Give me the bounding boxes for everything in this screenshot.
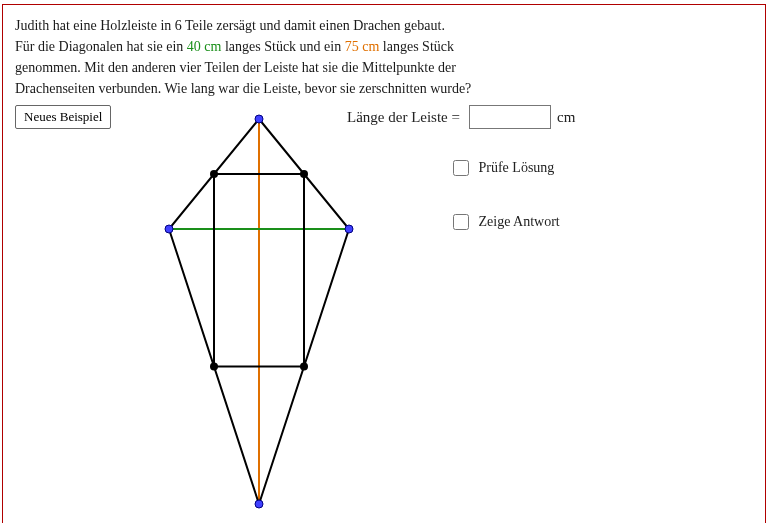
midpoint-br [300, 363, 308, 371]
vertex-left [165, 225, 173, 233]
midpoint-tr [300, 170, 308, 178]
answer-input[interactable] [469, 105, 551, 129]
midpoint-tl [210, 170, 218, 178]
text-line4: Drachenseiten verbunden. Wie lang war di… [15, 81, 471, 96]
text-line2a: Für die Diagonalen hat sie ein [15, 39, 187, 54]
check-solution-label: Prüfe Lösung [479, 160, 555, 175]
kite-diagram [139, 109, 379, 519]
text-line1: Judith hat eine Holzleiste in 6 Teile ze… [15, 18, 445, 33]
diag2-value: 75 cm [345, 39, 380, 54]
diag1-value: 40 cm [187, 39, 222, 54]
check-solution-row: Prüfe Lösung [453, 159, 554, 176]
text-line2b: langes Stück und ein [221, 39, 344, 54]
new-example-button[interactable]: Neues Beispiel [15, 105, 111, 129]
show-answer-row: Zeige Antwort [453, 213, 560, 230]
check-solution-checkbox[interactable] [453, 160, 469, 176]
text-line2c: langes Stück [379, 39, 454, 54]
show-answer-label: Zeige Antwort [479, 214, 560, 229]
vertex-bottom [255, 500, 263, 508]
midpoint-bl [210, 363, 218, 371]
kite-svg [139, 109, 379, 519]
problem-text: Judith hat eine Holzleiste in 6 Teile ze… [15, 15, 753, 99]
text-line3: genommen. Mit den anderen vier Teilen de… [15, 60, 456, 75]
vertex-top [255, 115, 263, 123]
show-answer-checkbox[interactable] [453, 214, 469, 230]
vertex-right [345, 225, 353, 233]
answer-unit: cm [557, 109, 575, 126]
